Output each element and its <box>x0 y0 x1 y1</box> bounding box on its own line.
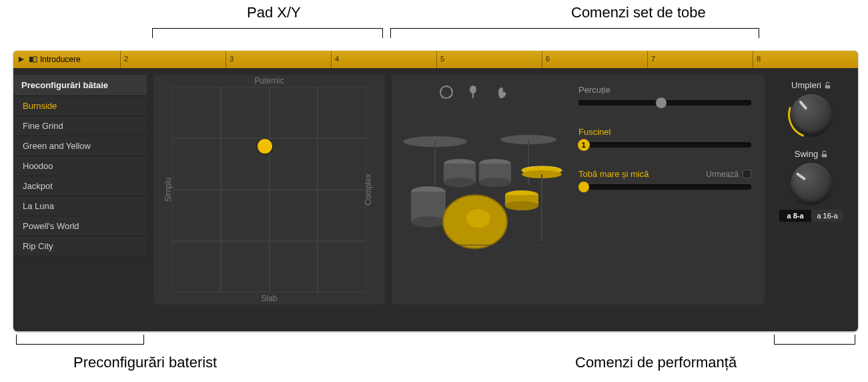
bracket-graphic <box>390 28 759 37</box>
slider-thumb[interactable] <box>656 98 667 108</box>
slider-thumb[interactable] <box>578 182 589 192</box>
percussion-label: Percuție <box>578 85 751 95</box>
swing-note-value-toggle[interactable]: a 8-a a 16-a <box>779 210 843 222</box>
svg-point-4 <box>446 85 448 87</box>
fills-label: Umpleri <box>791 80 831 90</box>
xy-label-simple: Simplu <box>163 178 173 202</box>
play-icon[interactable] <box>17 56 25 63</box>
unlock-icon[interactable] <box>821 150 828 158</box>
fills-knob[interactable] <box>791 94 832 136</box>
ruler-tick: 7 <box>651 55 655 63</box>
swing-label: Swing <box>795 149 828 159</box>
preset-item[interactable]: Hoodoo <box>13 156 147 176</box>
xy-label-loud: Puternic <box>254 76 284 85</box>
svg-rect-34 <box>825 85 831 89</box>
shaker-icon[interactable] <box>466 84 482 104</box>
svg-point-9 <box>470 85 476 93</box>
kick-snare-slider[interactable] <box>578 184 751 190</box>
annotation-performance: Comenzi de performanță <box>575 354 737 371</box>
svg-rect-1 <box>29 57 33 62</box>
sixteenth-note-option[interactable]: a 16-a <box>811 210 843 222</box>
ruler-tick: 2 <box>124 55 128 63</box>
bracket-graphic <box>152 28 383 37</box>
svg-rect-10 <box>472 93 474 98</box>
preset-item[interactable]: Rip City <box>13 236 147 256</box>
preset-item[interactable]: Powell's World <box>13 216 147 236</box>
percussion-control: Percuție <box>578 85 751 106</box>
swing-knob[interactable] <box>791 163 832 204</box>
svg-point-5 <box>451 89 453 91</box>
svg-point-23 <box>479 178 511 187</box>
ruler-tick: 4 <box>335 55 339 63</box>
svg-rect-2 <box>33 57 37 62</box>
percussion-slider[interactable] <box>578 100 751 106</box>
drumkit-panel: Percuție Fuscinel 1 Tobă mare și mică <box>392 75 765 305</box>
annotation-xy-pad: Pad X/Y <box>247 4 301 21</box>
ruler-tick: 5 <box>440 55 444 63</box>
xy-label-complex: Complex <box>363 174 372 205</box>
hihat-control: Fuscinel 1 <box>578 127 751 148</box>
performance-controls: Umpleri Swing a 8-a a 16-a <box>771 75 851 305</box>
follow-checkbox[interactable] <box>743 170 751 178</box>
kick-snare-label: Tobă mare și mică Urmează <box>578 169 751 179</box>
svg-point-26 <box>411 216 446 227</box>
eighth-note-option[interactable]: a 8-a <box>779 210 811 222</box>
svg-point-20 <box>444 178 476 187</box>
ruler-tick: 3 <box>230 55 234 63</box>
svg-marker-0 <box>19 57 24 62</box>
svg-point-6 <box>449 96 451 98</box>
annotation-presets: Preconfigurări baterist <box>73 354 217 371</box>
svg-point-29 <box>505 201 538 210</box>
preset-item[interactable]: La Luna <box>13 196 147 216</box>
annotation-kit-controls: Comenzi set de tobe <box>571 4 706 21</box>
xy-label-soft: Slab <box>261 294 277 303</box>
drumkit-icon[interactable] <box>398 122 565 262</box>
region-icon[interactable] <box>29 56 37 63</box>
preset-item[interactable]: Green and Yellow <box>13 136 147 156</box>
preset-item[interactable]: Fine Grind <box>13 116 147 136</box>
handclap-icon[interactable] <box>494 84 510 104</box>
svg-point-32 <box>466 209 490 228</box>
drumkit-visual <box>392 75 572 305</box>
follow-toggle[interactable]: Urmează <box>706 170 751 179</box>
preset-item[interactable]: Jackpot <box>13 176 147 196</box>
region-name: Introducere <box>40 55 81 64</box>
hihat-label: Fuscinel <box>578 127 751 137</box>
kick-snare-control: Tobă mare și mică Urmează <box>578 169 751 190</box>
hihat-slider[interactable]: 1 <box>578 142 751 148</box>
ruler-tick: 8 <box>757 55 761 63</box>
unlock-icon[interactable] <box>824 81 831 89</box>
xy-pad[interactable]: Puternic Slab Simplu Complex <box>153 75 385 305</box>
preset-item[interactable]: Burnside <box>13 96 147 116</box>
bracket-graphic <box>774 335 855 345</box>
svg-point-7 <box>442 96 444 98</box>
drummer-editor-panel: Introducere 2 3 4 5 6 7 8 Preconfigurări… <box>13 51 858 331</box>
hihat-pattern-badge[interactable]: 1 <box>578 139 590 151</box>
beat-presets-list: Preconfigurări bătaie Burnside Fine Grin… <box>13 75 147 305</box>
timeline-ruler[interactable]: Introducere 2 3 4 5 6 7 8 <box>13 51 858 68</box>
tambourine-icon[interactable] <box>438 84 454 104</box>
xy-grid <box>172 87 366 293</box>
bracket-graphic <box>16 335 144 345</box>
presets-header: Preconfigurări bătaie <box>13 75 147 96</box>
svg-point-8 <box>440 89 442 91</box>
ruler-tick: 6 <box>546 55 550 63</box>
svg-rect-35 <box>822 154 827 158</box>
